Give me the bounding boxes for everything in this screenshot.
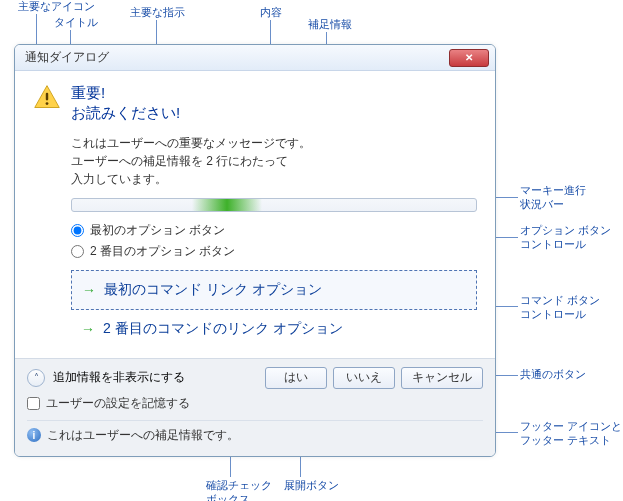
footer-info-text: これはユーザーへの補足情報です。: [47, 427, 239, 444]
body-text: これはユーザーへの重要なメッセージです。 ユーザーへの補足情報を 2 行にわたっ…: [71, 134, 477, 188]
radio-option-1[interactable]: 最初のオプション ボタン: [71, 222, 477, 239]
radio-label: 最初のオプション ボタン: [90, 222, 225, 239]
footer-buttons: はい いいえ キャンセル: [265, 367, 483, 389]
chevron-up-icon: ˄: [34, 372, 39, 383]
info-icon: i: [27, 428, 41, 442]
verification-checkbox-row[interactable]: ユーザーの設定を記憶する: [27, 395, 483, 412]
svg-rect-0: [46, 93, 48, 101]
command-link-label: 最初のコマンド リンク オプション: [104, 281, 322, 299]
arrow-right-icon: →: [82, 282, 96, 298]
verification-label: ユーザーの設定を記憶する: [46, 395, 190, 412]
callout-radio-ctrl: オプション ボタン コントロール: [520, 224, 611, 252]
expand-collapse-button[interactable]: ˄: [27, 369, 45, 387]
callout-main-instruction: 主要な指示: [130, 6, 185, 20]
close-icon: ✕: [465, 52, 473, 63]
callout-cmd-ctrl: コマンド ボタン コントロール: [520, 294, 600, 322]
command-links: → 最初のコマンド リンク オプション → 2 番目のコマンドのリンク オプショ…: [71, 270, 477, 348]
callout-content: 内容: [260, 6, 282, 20]
callout-supp-info: 補足情報: [308, 18, 352, 32]
callout-footer-icon-text: フッター アイコンと フッター テキスト: [520, 420, 622, 448]
body-line: これはユーザーへの重要なメッセージです。: [71, 134, 477, 152]
dialog-footer: ˄ 追加情報を非表示にする はい いいえ キャンセル ユーザーの設定を記憶する …: [15, 358, 495, 456]
content-area: 重要! お読みください! これはユーザーへの重要なメッセージです。 ユーザーへの…: [15, 71, 495, 358]
body-line: 入力しています。: [71, 170, 477, 188]
marquee-progress-bar: [71, 198, 477, 212]
marquee-segment: [192, 199, 262, 211]
callout-title: タイトル: [54, 16, 98, 30]
info-icon-glyph: i: [33, 430, 36, 441]
instruction-line: お読みください!: [71, 103, 180, 123]
callout-common-btn: 共通のボタン: [520, 368, 586, 382]
radio-input-2[interactable]: [71, 245, 84, 258]
callout-marquee: マーキー進行 状況バー: [520, 184, 586, 212]
radio-input-1[interactable]: [71, 224, 84, 237]
command-link-1[interactable]: → 最初のコマンド リンク オプション: [71, 270, 477, 310]
callout-verify-chk: 確認チェック ボックス: [206, 479, 272, 501]
footer-top-row: ˄ 追加情報を非表示にする はい いいえ キャンセル: [27, 367, 483, 389]
callout-main-icon: 主要なアイコン: [18, 0, 95, 14]
yes-button[interactable]: はい: [265, 367, 327, 389]
dialog-title: 通知ダイアログ: [25, 49, 109, 66]
command-link-2[interactable]: → 2 番目のコマンドのリンク オプション: [71, 310, 477, 348]
radio-option-2[interactable]: 2 番目のオプション ボタン: [71, 243, 477, 260]
cancel-button[interactable]: キャンセル: [401, 367, 483, 389]
body-line: ユーザーへの補足情報を 2 行にわたって: [71, 152, 477, 170]
head-row: 重要! お読みください!: [33, 83, 477, 124]
svg-point-1: [46, 102, 49, 105]
command-link-label: 2 番目のコマンドのリンク オプション: [103, 320, 343, 338]
titlebar: 通知ダイアログ ✕: [15, 45, 495, 71]
footer-info-row: i これはユーザーへの補足情報です。: [27, 420, 483, 444]
task-dialog: 通知ダイアログ ✕ 重要! お読みください! これはユーザーへの重要なメッセージ…: [14, 44, 496, 457]
main-instruction: 重要! お読みください!: [71, 83, 180, 124]
no-button[interactable]: いいえ: [333, 367, 395, 389]
arrow-right-icon: →: [81, 321, 95, 337]
radio-group: 最初のオプション ボタン 2 番目のオプション ボタン: [71, 222, 477, 260]
radio-label: 2 番目のオプション ボタン: [90, 243, 235, 260]
verification-checkbox[interactable]: [27, 397, 40, 410]
warning-icon: [33, 83, 61, 111]
callout-expand-btn: 展開ボタン: [284, 479, 339, 493]
close-button[interactable]: ✕: [449, 49, 489, 67]
expand-text: 追加情報を非表示にする: [53, 369, 185, 386]
instruction-line: 重要!: [71, 83, 180, 103]
